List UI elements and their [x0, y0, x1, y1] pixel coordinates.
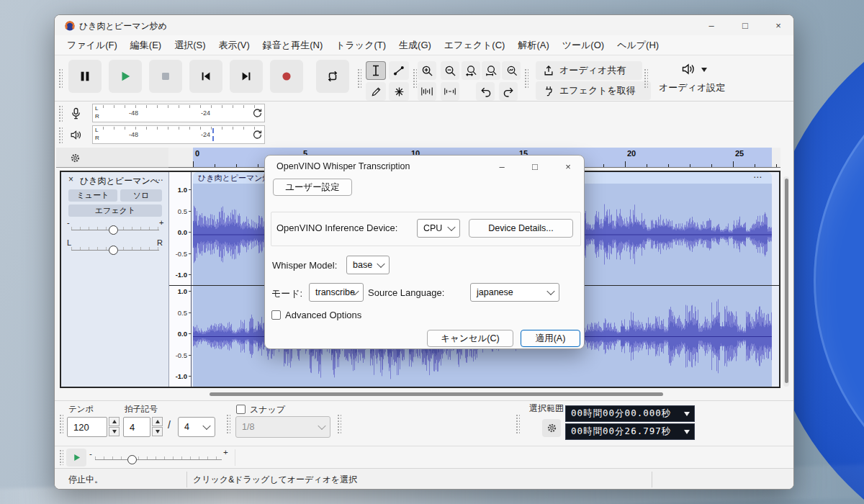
toolbar-grip[interactable] — [413, 68, 417, 89]
whisper-model-select[interactable]: base — [346, 256, 390, 274]
envelope-tool-button[interactable] — [389, 61, 409, 80]
toolbar-grip[interactable] — [644, 68, 648, 89]
zoom-fit-project-button[interactable] — [482, 61, 500, 80]
selection-tool-button[interactable] — [366, 61, 386, 80]
draw-tool-button[interactable] — [366, 82, 386, 101]
toolbar-grip[interactable] — [337, 414, 341, 434]
record-button[interactable] — [270, 60, 303, 93]
toolbar-grip[interactable] — [516, 414, 520, 434]
dialog-close-button[interactable]: × — [555, 156, 581, 177]
trim-audio-button[interactable] — [418, 82, 436, 101]
menu-item-7[interactable]: 生成(G) — [392, 35, 438, 55]
silence-audio-button[interactable] — [441, 82, 459, 101]
horizontal-scrollbar[interactable] — [210, 392, 663, 396]
playback-meter-toolbar: L R -48 -24 — [55, 125, 793, 146]
multi-tool-button[interactable] — [389, 82, 409, 101]
loop-button[interactable] — [316, 60, 349, 93]
vertical-scrollbar[interactable] — [783, 176, 789, 387]
trim-audio-icon — [420, 86, 433, 96]
selection-end-field[interactable]: 00時間00分26.797秒 — [565, 423, 695, 440]
vertical-scrollbar-thumb[interactable] — [785, 179, 788, 383]
track-menu-button[interactable]: … — [155, 173, 163, 183]
vertical-ruler[interactable]: 1.00.50.0-0.5-1.0 1.00.50.0-0.5-1.0 — [169, 172, 192, 387]
menu-item-6[interactable]: トラック(T) — [329, 35, 392, 55]
snap-checkbox[interactable] — [236, 405, 246, 414]
time-signature-stepper[interactable] — [152, 417, 163, 437]
title-bar[interactable]: ひき肉とピーマン炒め – □ × — [55, 15, 793, 35]
undo-button[interactable] — [476, 82, 495, 101]
toolbar-grip[interactable] — [58, 68, 63, 89]
window-maximize-button[interactable]: □ — [729, 15, 761, 35]
menu-item-10[interactable]: ツール(O) — [556, 35, 611, 55]
pause-button[interactable] — [68, 60, 102, 93]
selection-start-field[interactable]: 00時間00分00.000秒 — [565, 405, 695, 422]
snap-interval-select[interactable]: 1/8 — [235, 416, 330, 438]
stop-button[interactable] — [149, 60, 182, 93]
tempo-input[interactable]: 120 — [67, 417, 107, 437]
stepper-down-icon[interactable] — [152, 427, 163, 436]
advanced-options-checkbox[interactable] — [271, 310, 281, 320]
timeline-options-button[interactable] — [66, 150, 84, 166]
gain-slider-thumb[interactable] — [109, 225, 118, 235]
record-meter[interactable]: L R -48 -24 — [92, 104, 265, 122]
toolbar-grip[interactable] — [58, 127, 63, 144]
tempo-stepper[interactable] — [109, 417, 120, 437]
get-effects-button[interactable]: エフェクトを取得 — [536, 81, 651, 100]
source-language-select[interactable]: japanese — [470, 283, 559, 302]
toolbar-grip[interactable] — [357, 68, 361, 89]
apply-button[interactable]: 適用(A) — [521, 330, 580, 347]
toolbar-grip[interactable] — [59, 414, 63, 434]
menu-item-3[interactable]: 選択(S) — [168, 35, 212, 55]
user-settings-button[interactable]: ユーザー設定 — [273, 179, 352, 196]
record-meter-mic-button[interactable] — [65, 104, 86, 122]
menu-item-5[interactable]: 録音と再生(N) — [256, 35, 329, 55]
play-button[interactable] — [109, 60, 142, 93]
menu-item-2[interactable]: 編集(E) — [124, 35, 168, 55]
zoom-in-button[interactable] — [418, 61, 436, 80]
menu-item-4[interactable]: 表示(V) — [212, 35, 256, 55]
device-details-button[interactable]: Device Details... — [469, 219, 573, 238]
toolbar-grip[interactable] — [59, 449, 63, 465]
time-signature-lower-select[interactable]: 4 — [178, 417, 215, 437]
dialog-minimize-button[interactable]: – — [489, 156, 515, 177]
mute-button[interactable]: ミュート — [68, 189, 117, 202]
zoom-toggle-button[interactable] — [502, 61, 521, 80]
window-minimize-button[interactable]: – — [696, 15, 727, 35]
track-close-button[interactable]: × — [68, 174, 73, 184]
menu-item-8[interactable]: エフェクト(C) — [438, 35, 512, 55]
dialog-maximize-button[interactable]: □ — [522, 156, 548, 177]
meter-peak-mark — [212, 136, 214, 141]
clip-menu-button[interactable]: ⋯ — [753, 171, 762, 183]
skip-to-end-button[interactable] — [230, 60, 263, 93]
stepper-up-icon[interactable] — [109, 417, 120, 426]
playback-meter-speaker-button[interactable] — [65, 125, 86, 144]
stepper-up-icon[interactable] — [152, 417, 163, 426]
cancel-button[interactable]: キャンセル(C) — [427, 330, 513, 347]
menu-item-1[interactable]: ファイル(F) — [60, 35, 124, 55]
toolbar-grip[interactable] — [58, 105, 63, 122]
menu-item-9[interactable]: 解析(A) — [511, 35, 555, 55]
solo-button[interactable]: ソロ — [120, 189, 162, 202]
status-bar: 停止中。 クリック&ドラッグしてオーディオを選択 — [55, 468, 793, 490]
zoom-selection-button[interactable] — [462, 61, 480, 80]
toolbar-grip[interactable] — [524, 68, 528, 89]
zoom-out-button[interactable] — [441, 61, 459, 80]
selection-options-button[interactable] — [542, 419, 561, 437]
track-name[interactable]: ひき肉とピーマンへ — [80, 175, 159, 187]
menu-item-11[interactable]: ヘルプ(H) — [611, 35, 665, 55]
window-close-button[interactable]: × — [762, 15, 794, 35]
share-audio-button[interactable]: オーディオ共有 — [536, 61, 642, 80]
toolbar-grip[interactable] — [226, 414, 230, 434]
effects-button[interactable]: エフェクト — [68, 204, 162, 217]
audio-setup-button[interactable]: オーディオ設定 — [652, 60, 739, 97]
playback-meter[interactable]: L R -48 -24 — [92, 125, 265, 144]
pan-slider-thumb[interactable] — [109, 246, 118, 255]
stepper-down-icon[interactable] — [109, 427, 120, 436]
skip-to-start-button[interactable] — [189, 60, 222, 93]
speed-slider-thumb[interactable] — [127, 455, 137, 464]
redo-button[interactable] — [499, 82, 518, 101]
time-signature-upper-input[interactable]: 4 — [123, 417, 150, 437]
inference-device-select[interactable]: CPU — [417, 219, 460, 238]
play-at-speed-button[interactable] — [66, 449, 86, 467]
mode-select[interactable]: transcribe — [309, 283, 364, 302]
